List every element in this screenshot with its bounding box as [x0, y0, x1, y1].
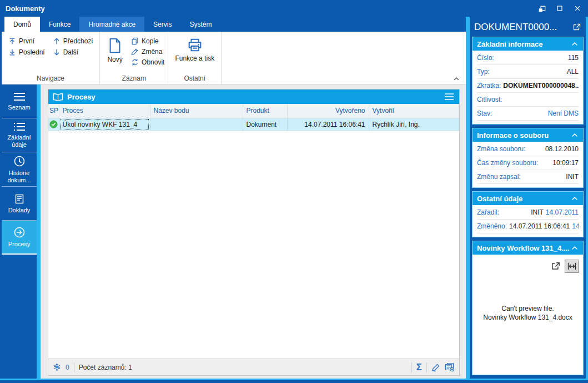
kopie-button[interactable]: Kopie [131, 37, 164, 45]
novy-button[interactable]: Nový [103, 34, 127, 64]
vytvoreno-cell[interactable]: 14.07.2011 16:06:41 [287, 118, 369, 131]
close-button[interactable] [570, 2, 585, 14]
detail-value: INIT [531, 208, 544, 216]
tab-system[interactable]: Systém [180, 17, 220, 32]
panel-menu-icon[interactable] [444, 93, 455, 101]
fit-width-button[interactable] [565, 260, 579, 273]
produkt-cell[interactable]: Dokument [243, 118, 287, 131]
tab-label: Hromadné akce [88, 21, 135, 28]
column-header-nazev-bodu[interactable]: Název bodu [150, 104, 243, 118]
zmena-button[interactable]: Změna [131, 48, 164, 56]
section-header[interactable]: Základní informace [473, 37, 583, 51]
column-header-vytvoril[interactable]: Vytvořil [369, 104, 459, 118]
funkce-a-tisk-button[interactable]: Funkce a tisk [172, 34, 218, 63]
detail-value-link[interactable]: 14.07.2011 [546, 208, 579, 216]
tab-domu[interactable]: Domů [4, 17, 40, 32]
detail-row: Čas změny souboru: 10:09:17 [477, 156, 579, 170]
chevron-up-icon[interactable] [571, 132, 579, 138]
record-count: Počet záznamů: 1 [79, 364, 132, 371]
tab-hromadne-akce[interactable]: Hromadné akce [79, 17, 144, 32]
table-row[interactable]: Úkol novinky WKF 131_4 Dokument 14.07.20… [48, 118, 459, 131]
column-header-produkt[interactable]: Produkt [243, 104, 287, 118]
column-header-sp[interactable]: SP [48, 104, 59, 118]
sigma-icon[interactable]: Σ [416, 362, 422, 372]
open-external-button[interactable] [551, 261, 561, 271]
button-label: Poslední [19, 48, 45, 56]
group-label-zaznam: Záznam [103, 73, 164, 84]
chevron-up-icon[interactable] [571, 245, 579, 251]
pencil-icon[interactable] [431, 363, 440, 372]
chevron-up-icon[interactable] [571, 196, 579, 201]
section-informace-o-souboru: Informace o souboru Změna souboru: 08.12… [472, 128, 584, 188]
external-link-icon [551, 261, 561, 271]
posledni-button[interactable]: Poslední [8, 48, 45, 56]
obnovit-button[interactable]: Obnovit [131, 58, 164, 66]
button-label: Změna [142, 48, 162, 56]
tab-funkce[interactable]: Funkce [40, 17, 79, 32]
external-link-icon[interactable] [572, 23, 581, 32]
tab-servis[interactable]: Servis [144, 17, 180, 32]
panel-title: Procesy [67, 93, 440, 101]
snowflake-icon [53, 363, 61, 371]
vytvoril-cell[interactable]: Rychlík Jiří, Ing. [369, 118, 459, 131]
section-header[interactable]: Ostatní údaje [473, 192, 583, 205]
section-header[interactable]: Novinky Workflow 131_4.... [473, 241, 583, 255]
detail-panel-header: DOKUMENT0000... [471, 17, 584, 37]
detail-row: Typ: ALL [477, 65, 579, 79]
nazev-bodu-cell[interactable] [150, 118, 243, 131]
detail-row: Citlivost: [477, 93, 579, 107]
tab-label: Systém [189, 21, 212, 28]
table-header-row: SP Proces Název bodu Produkt Vytvořeno V… [48, 104, 459, 118]
section-zakladni-informace: Základní informace Číslo: 115 Typ: ALL Z… [472, 37, 584, 125]
section-novinky-workflow: Novinky Workflow 131_4.... Can't preview… [472, 241, 584, 375]
arrow-up-bar-icon [8, 37, 16, 45]
chevron-up-icon[interactable] [571, 41, 579, 47]
button-label: Nový [107, 56, 122, 64]
button-label: Další [63, 48, 78, 56]
column-header-vytvoreno[interactable]: Vytvořeno [287, 104, 369, 118]
detail-row: Stav: Není DMS [477, 107, 579, 121]
file-preview-area: Can't preview file. Novinky Workflow 131… [473, 255, 583, 375]
form-plus-icon[interactable] [445, 362, 455, 372]
section-title: Ostatní údaje [477, 195, 571, 203]
ribbon: První Předchozi Poslední [2, 32, 466, 84]
process-table: SP Proces Název bodu Produkt Vytvořeno V… [48, 104, 459, 131]
section-title: Novinky Workflow 131_4.... [477, 244, 571, 252]
window-controls [535, 2, 585, 14]
flag-count: 0 [66, 364, 69, 371]
button-label: První [19, 37, 34, 45]
detail-row: Změna souboru: 08.12.2010 [477, 142, 579, 156]
window-title: Dokumenty [6, 4, 535, 13]
maximize-button[interactable] [552, 2, 567, 14]
status-separator [411, 362, 412, 372]
sidebar-item-historie[interactable]: Historie dokum... [2, 152, 37, 187]
detail-value-link[interactable]: 14.... [572, 222, 579, 230]
detail-row: Zkratka: DOKUMENT000000048... [477, 79, 579, 93]
proces-cell[interactable]: Úkol novinky WKF 131_4 [59, 118, 150, 131]
detail-value: 115 [568, 54, 579, 62]
detail-row: Číslo: 115 [477, 51, 579, 65]
pencil-icon [131, 48, 139, 56]
book-icon [53, 92, 63, 102]
group-label-ostatni: Ostatní [172, 73, 218, 84]
sidebar-item-procesy[interactable]: Procesy [2, 221, 37, 255]
sidebar-item-zakladni-udaje[interactable]: Základní údaje [2, 118, 37, 152]
float-window-button[interactable] [535, 2, 549, 14]
column-header-proces[interactable]: Proces [59, 104, 150, 118]
ribbon-collapse-button[interactable] [453, 76, 460, 82]
dalsi-button[interactable]: Další [53, 48, 93, 56]
detail-value: 08.12.2010 [545, 145, 579, 153]
predchozi-button[interactable]: Předchozi [53, 37, 93, 45]
prvni-button[interactable]: První [8, 37, 45, 45]
detail-value: 14.07.2011 16:06:41 [509, 222, 570, 230]
app-window: Dokumenty Domů Funkce Hromadné akce Serv… [0, 0, 588, 383]
detail-value: 10:09:17 [552, 159, 579, 167]
section-header[interactable]: Informace o souboru [473, 128, 583, 142]
tab-label: Servis [153, 21, 172, 28]
sidebar-item-seznam[interactable]: Seznam [2, 84, 37, 118]
detail-label: Změnu zapsal: [477, 173, 521, 181]
vertical-splitter[interactable] [37, 84, 41, 379]
sidebar-item-doklady[interactable]: Doklady [2, 187, 37, 221]
detail-row: Změnu zapsal: INIT [477, 170, 579, 184]
detail-value: INIT [566, 173, 579, 181]
